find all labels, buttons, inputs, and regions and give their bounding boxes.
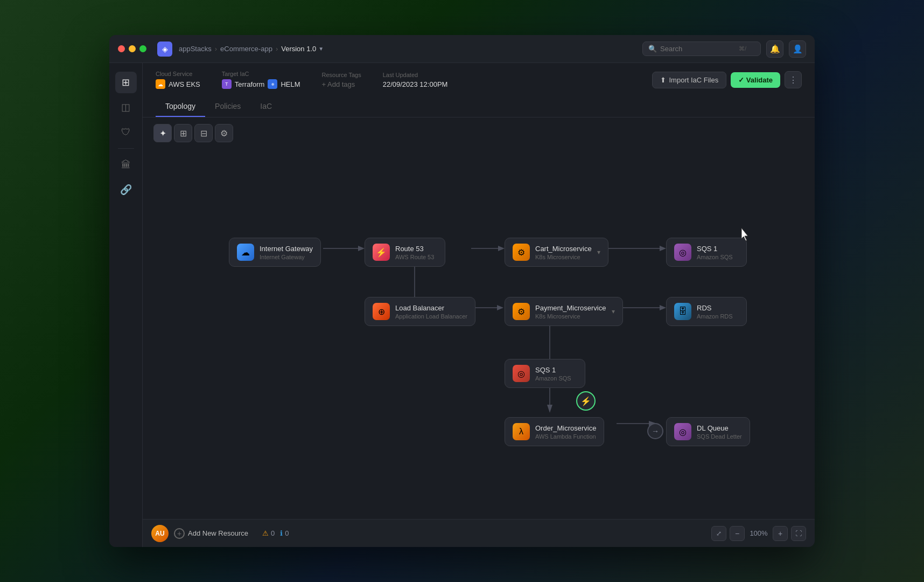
breadcrumb-part3: Version 1.0 — [281, 45, 316, 53]
node-sqs1-bottom[interactable]: ◎ SQS 1 Amazon SQS — [505, 359, 585, 388]
node-internet-gateway[interactable]: ☁ Internet Gateway Internet Gateway — [229, 238, 321, 267]
node-rds[interactable]: 🗄 RDS Amazon RDS — [666, 297, 747, 326]
sidebar-item-home[interactable]: ⊞ — [115, 72, 137, 93]
fullscreen-button[interactable]: ⛶ — [791, 526, 806, 541]
route53-title: Route 53 — [395, 245, 434, 253]
close-button[interactable] — [118, 45, 125, 52]
top-bar-actions: ⬆ Import IaC Files ✓ Validate ⋮ — [652, 71, 802, 88]
sqs1-bottom-info: SQS 1 Amazon SQS — [535, 366, 571, 382]
import-iac-button[interactable]: ⬆ Import IaC Files — [652, 72, 727, 88]
node-dl-queue[interactable]: ◎ DL Queue SQS Dead Letter — [666, 417, 750, 446]
resource-tags-group: Resource Tags + Add tags — [322, 72, 361, 88]
zoom-in-button[interactable]: + — [773, 526, 788, 541]
svg-marker-1 — [358, 246, 365, 251]
bottom-bar: AU + Add New Resource ⚠ 0 ℹ 0 — [143, 519, 815, 547]
topology-canvas[interactable]: ☁ Internet Gateway Internet Gateway ⚡ Ro… — [143, 149, 815, 519]
lb-info: Load Balanacer Application Load Balanace… — [395, 304, 467, 320]
tab-iac[interactable]: IaC — [250, 96, 282, 117]
validate-label: ✓ Validate — [738, 76, 773, 84]
user-avatar[interactable]: AU — [151, 525, 169, 542]
tab-policies[interactable]: Policies — [205, 96, 250, 117]
rds-subtitle: Amazon RDS — [697, 313, 733, 320]
node-cart-microservice[interactable]: ⚙ Cart_Microservice K8s Microservice ▾ — [505, 238, 608, 267]
search-kbd-hint: ⌘/ — [739, 45, 746, 52]
payment-icon: ⚙ — [513, 303, 530, 320]
sidebar-item-shield[interactable]: 🛡 — [115, 121, 137, 143]
tab-topology[interactable]: Topology — [156, 96, 205, 117]
node-route53[interactable]: ⚡ Route 53 AWS Route 53 — [365, 238, 445, 267]
grid-tool[interactable]: ⊞ — [174, 124, 192, 142]
sidebar-item-link[interactable]: 🔗 — [115, 179, 137, 200]
internet-gateway-info: Internet Gateway Internet Gateway — [260, 245, 313, 260]
sqs1-bottom-title: SQS 1 — [535, 366, 571, 374]
cloud-service-label: Cloud Service — [156, 71, 200, 77]
version-badge[interactable]: Version 1.0 ▼ — [281, 45, 324, 53]
payment-expand[interactable]: ▾ — [612, 308, 615, 315]
import-label: Import IaC Files — [669, 76, 719, 84]
node-order-microservice[interactable]: λ Order_Microservice AWS Lambda Function — [505, 417, 604, 446]
breadcrumb-sep2: › — [276, 45, 278, 53]
cloud-service-text: AWS EKS — [169, 80, 200, 88]
search-box[interactable]: 🔍 ⌘/ — [642, 41, 761, 56]
breadcrumb: appStacks › eCommerce-app › Version 1.0 … — [179, 45, 324, 53]
node-payment-microservice[interactable]: ⚙ Payment_Microservice K8s Microservice … — [505, 297, 623, 326]
cloud-service-value: ☁ AWS EKS — [156, 79, 200, 89]
node-load-balancer[interactable]: ⊕ Load Balanacer Application Load Balana… — [365, 297, 475, 326]
order-info: Order_Microservice AWS Lambda Function — [535, 424, 596, 440]
validate-button[interactable]: ✓ Validate — [731, 72, 780, 88]
node-sqs1-top[interactable]: ◎ SQS 1 Amazon SQS — [666, 238, 747, 267]
internet-gateway-subtitle: Internet Gateway — [260, 254, 313, 260]
zoom-controls: ⤢ − 100% + ⛶ — [711, 526, 806, 541]
notification-button[interactable]: 🔔 — [766, 40, 783, 58]
meta-row: Cloud Service ☁ AWS EKS Target IaC T Ter… — [156, 71, 802, 89]
dlq-title: DL Queue — [697, 424, 742, 432]
internet-gateway-title: Internet Gateway — [260, 245, 313, 253]
terraform-text: Terraform — [235, 80, 265, 88]
connections-svg — [143, 149, 815, 519]
settings-tool[interactable]: ⚙ — [215, 124, 233, 142]
last-updated-group: Last Updated 22/09/2023 12:00PM — [383, 72, 448, 88]
helm-badge: ⎈ — [268, 79, 277, 89]
target-iac-value: T Terraform ⎈ HELM — [222, 79, 300, 89]
helm-text: HELM — [281, 80, 300, 88]
sidebar-item-layers[interactable]: ◫ — [115, 96, 137, 118]
sidebar-item-bank[interactable]: 🏛 — [115, 154, 137, 176]
sqs1-bottom-subtitle: Amazon SQS — [535, 375, 571, 382]
zoom-out-button[interactable]: − — [730, 526, 745, 541]
maximize-button[interactable] — [139, 45, 146, 52]
add-resource-label: Add New Resource — [188, 529, 248, 537]
lb-title: Load Balanacer — [395, 304, 467, 312]
minimize-button[interactable] — [129, 45, 136, 52]
sqs1-top-title: SQS 1 — [697, 245, 733, 253]
app-window: ◈ appStacks › eCommerce-app › Version 1.… — [109, 35, 815, 547]
search-input[interactable] — [660, 45, 736, 53]
status-indicators: ⚠ 0 ℹ 0 — [262, 529, 289, 537]
main-layout: ⊞ ◫ 🛡 🏛 🔗 Cloud Service ☁ AWS EKS — [109, 63, 815, 547]
add-tags-button[interactable]: + Add tags — [322, 80, 355, 88]
user-initials: AU — [155, 530, 164, 537]
sqs1-top-info: SQS 1 Amazon SQS — [697, 245, 733, 260]
fit-to-screen-button[interactable]: ⤢ — [711, 526, 726, 541]
event-trigger-node[interactable]: ⚡ — [576, 391, 596, 411]
cart-expand[interactable]: ▾ — [597, 248, 600, 256]
terraform-badge: T — [222, 79, 232, 89]
more-options-button[interactable]: ⋮ — [785, 71, 802, 88]
order-subtitle: AWS Lambda Function — [535, 433, 596, 440]
settings-button[interactable]: 👤 — [789, 40, 806, 58]
select-tool[interactable]: ✦ — [153, 124, 172, 142]
cart-info: Cart_Microservice K8s Microservice — [535, 245, 592, 260]
breadcrumb-part1[interactable]: appStacks — [179, 45, 212, 53]
breadcrumb-part2[interactable]: eCommerce-app — [220, 45, 272, 53]
svg-marker-3 — [498, 246, 505, 251]
titlebar: ◈ appStacks › eCommerce-app › Version 1.… — [109, 35, 815, 63]
search-icon: 🔍 — [648, 45, 657, 53]
zoom-level: 100% — [748, 529, 769, 537]
lb-icon: ⊕ — [373, 303, 390, 320]
layout-tool[interactable]: ⊟ — [194, 124, 213, 142]
import-icon: ⬆ — [660, 76, 666, 84]
add-resource-button[interactable]: + Add New Resource — [169, 525, 254, 542]
aws-badge: ☁ — [156, 79, 165, 89]
version-dropdown-icon: ▼ — [318, 46, 324, 52]
sqs1-top-icon: ◎ — [674, 244, 691, 261]
top-bar: Cloud Service ☁ AWS EKS Target IaC T Ter… — [143, 63, 815, 117]
